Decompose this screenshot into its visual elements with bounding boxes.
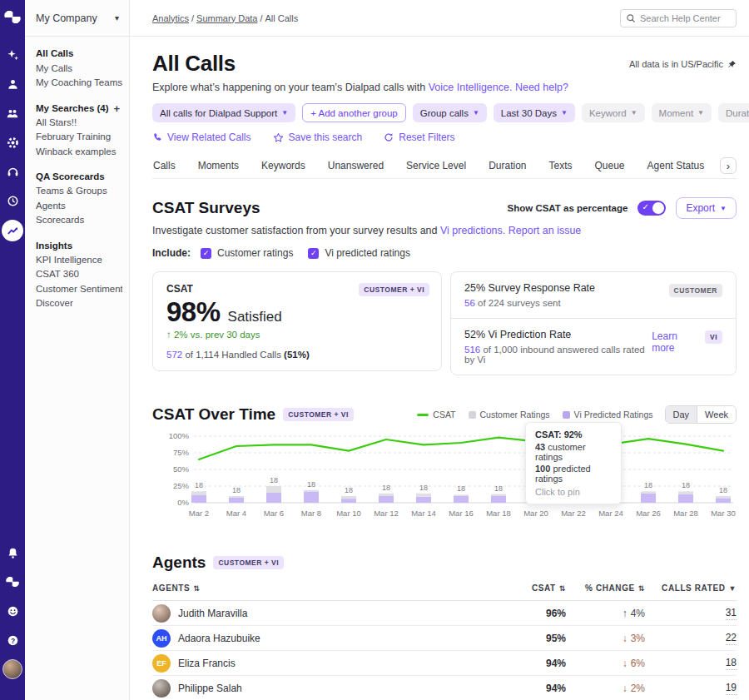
- filter-last-30-days[interactable]: Last 30 Days▼: [494, 103, 575, 122]
- filter-group-calls[interactable]: Group calls▼: [413, 103, 487, 122]
- bar-customer-ratings[interactable]: [641, 491, 656, 493]
- tabs-overflow-button[interactable]: ›: [720, 157, 737, 174]
- sidebar-item-all-calls[interactable]: All Calls: [36, 47, 122, 62]
- sidebar-item-my-coaching-teams[interactable]: My Coaching Teams: [36, 76, 122, 91]
- agent-name-cell[interactable]: Philippe Salah: [152, 679, 508, 698]
- agent-row[interactable]: Judith Maravilla96%↑4%31: [152, 601, 737, 626]
- sidebar-item-csat-360[interactable]: CSAT 360: [36, 267, 122, 282]
- bar-customer-ratings[interactable]: [416, 494, 431, 497]
- sidebar-item-kpi-intelligence[interactable]: KPI Intelligence: [36, 253, 122, 268]
- sidebar-item-scorecards[interactable]: Scorecards: [36, 213, 122, 228]
- show-csat-percentage-toggle[interactable]: ✓: [637, 201, 666, 216]
- search-input[interactable]: [640, 13, 730, 23]
- csat-over-time-chart[interactable]: 0%25%50%75%100%18Mar 218Mar 418Mar 618Ma…: [152, 430, 737, 530]
- bar-vi-predicted[interactable]: [266, 493, 281, 503]
- tab-service-level[interactable]: Service Level: [405, 155, 467, 178]
- call-history-icon[interactable]: [2, 191, 22, 211]
- voice-intelligence-link[interactable]: Voice Intelligence.: [429, 82, 513, 93]
- bar-customer-ratings[interactable]: [304, 490, 319, 492]
- sidebar-item-my-calls[interactable]: My Calls: [36, 62, 122, 77]
- view-day-button[interactable]: Day: [666, 406, 697, 423]
- bar-vi-predicted[interactable]: [191, 494, 206, 503]
- company-switcher[interactable]: My Company ▾: [25, 0, 129, 37]
- dialpad-chat-icon[interactable]: [2, 572, 22, 592]
- tab-texts[interactable]: Texts: [548, 155, 573, 178]
- agent-name-cell[interactable]: Judith Maravilla: [152, 604, 508, 623]
- settings-gear-icon[interactable]: [2, 132, 22, 152]
- bar-customer-ratings[interactable]: [716, 496, 731, 498]
- bar-customer-ratings[interactable]: [454, 494, 469, 496]
- bar-customer-ratings[interactable]: [191, 491, 206, 494]
- notifications-bell-icon[interactable]: [2, 543, 22, 563]
- agent-name-cell[interactable]: EFEliza Francis: [152, 654, 508, 673]
- agent-name-cell[interactable]: AHAdaora Hazubuike: [152, 629, 508, 648]
- analytics-icon[interactable]: [2, 220, 23, 241]
- calls-rated-value[interactable]: 19: [726, 682, 737, 695]
- tab-queue[interactable]: Queue: [594, 155, 626, 178]
- dialpad-logo[interactable]: [2, 7, 22, 27]
- col-change-sort[interactable]: % CHANGE⇅: [566, 583, 645, 593]
- bar-customer-ratings[interactable]: [379, 494, 394, 496]
- filter-all-calls-for-dialpad-support[interactable]: All calls for Dialpad Support▼: [152, 103, 295, 122]
- filter-keyword[interactable]: Keyword▼: [582, 103, 645, 122]
- bar-vi-predicted[interactable]: [229, 498, 244, 503]
- chart-canvas[interactable]: 0%25%50%75%100%18Mar 218Mar 418Mar 618Ma…: [152, 430, 737, 530]
- vi-predicted-ratings-checkbox[interactable]: ✓ Vi predicted ratings: [308, 247, 410, 259]
- tab-duration[interactable]: Duration: [488, 155, 527, 178]
- filter-duration[interactable]: Duration▼: [718, 103, 749, 122]
- bar-vi-predicted[interactable]: [641, 494, 656, 503]
- agent-row[interactable]: AHAdaora Hazubuike95%↓3%22: [152, 626, 737, 651]
- bar-vi-predicted[interactable]: [379, 496, 394, 503]
- vi-predictions-link[interactable]: Vi predictions.: [440, 225, 505, 236]
- bar-customer-ratings[interactable]: [341, 496, 356, 499]
- col-calls-rated-sort[interactable]: CALLS RATED▼: [645, 583, 737, 593]
- tab-unanswered[interactable]: Unanswered: [327, 155, 384, 178]
- tab-calls[interactable]: Calls: [152, 155, 176, 178]
- user-avatar[interactable]: [2, 659, 22, 679]
- bar-customer-ratings[interactable]: [678, 491, 693, 494]
- sidebar-item-customer-sentiment[interactable]: Customer Sentiment: [36, 282, 122, 297]
- pin-icon[interactable]: [727, 60, 737, 69]
- contacts-icon[interactable]: [2, 74, 22, 94]
- report-issue-link[interactable]: Report an issue: [508, 225, 582, 236]
- bar-vi-predicted[interactable]: [678, 494, 693, 503]
- bar-vi-predicted[interactable]: [454, 496, 469, 503]
- csat-line[interactable]: [199, 438, 723, 459]
- reset-filters-link[interactable]: Reset Filters: [384, 132, 454, 143]
- bar-customer-ratings[interactable]: [491, 494, 506, 496]
- sidebar-item-february-training[interactable]: February Training: [36, 130, 122, 145]
- col-agents-sort[interactable]: AGENTS⇅: [152, 583, 508, 593]
- breadcrumb-analytics[interactable]: Analytics: [152, 13, 189, 23]
- view-related-calls-link[interactable]: View Related Calls: [152, 132, 251, 143]
- customer-ratings-checkbox[interactable]: ✓ Customer ratings: [201, 247, 293, 259]
- calls-rated-value[interactable]: 31: [726, 607, 737, 620]
- col-csat-sort[interactable]: CSAT⇅: [508, 583, 566, 593]
- handled-calls-link[interactable]: 572: [166, 350, 182, 360]
- bar-customer-ratings[interactable]: [266, 486, 281, 493]
- bar-vi-predicted[interactable]: [304, 491, 319, 503]
- save-this-search-link[interactable]: Save this search: [273, 132, 363, 143]
- bar-customer-ratings[interactable]: [229, 496, 244, 498]
- agent-row[interactable]: Philippe Salah94%↓2%19: [152, 676, 737, 700]
- filter-moment[interactable]: Moment▼: [652, 103, 712, 122]
- feedback-smiley-icon[interactable]: [2, 601, 22, 621]
- coaching-icon[interactable]: [2, 103, 22, 123]
- tab-keywords[interactable]: Keywords: [260, 155, 306, 178]
- vi-rated-calls-link[interactable]: 516: [464, 345, 480, 355]
- sidebar-item-winback-examples[interactable]: Winback examples: [36, 145, 122, 160]
- tab-moments[interactable]: Moments: [197, 155, 240, 178]
- bar-vi-predicted[interactable]: [341, 499, 356, 503]
- calls-rated-value[interactable]: 22: [726, 632, 737, 645]
- need-help-link[interactable]: Need help?: [515, 82, 568, 93]
- add-search-button[interactable]: +: [111, 102, 122, 116]
- agent-row[interactable]: EFEliza Francis94%↓6%18: [152, 651, 737, 676]
- export-button[interactable]: Export▼: [676, 197, 737, 219]
- sidebar-item-discover[interactable]: Discover: [36, 296, 122, 311]
- view-week-button[interactable]: Week: [697, 406, 736, 423]
- breadcrumb-summary-data[interactable]: Summary Data: [196, 13, 257, 23]
- support-headset-icon[interactable]: [2, 161, 22, 181]
- bar-vi-predicted[interactable]: [491, 496, 506, 503]
- sidebar-item-agents[interactable]: Agents: [36, 199, 122, 214]
- help-search[interactable]: [620, 9, 737, 27]
- filter-add-another-group[interactable]: + Add another group: [302, 103, 406, 122]
